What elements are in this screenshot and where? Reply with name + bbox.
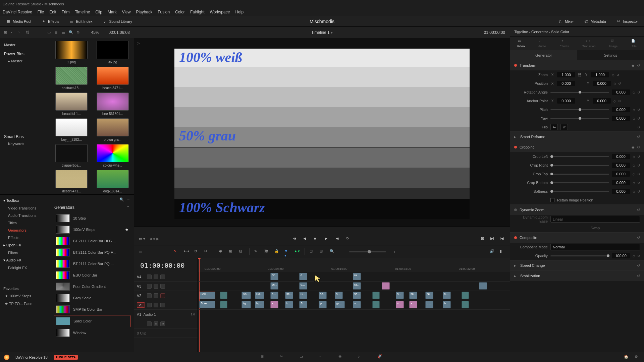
timeline-clip[interactable] xyxy=(462,301,469,308)
auto-icon[interactable] xyxy=(154,293,158,298)
sort-icon[interactable]: ⇅ xyxy=(77,30,80,35)
bin-nav-back-icon[interactable]: ‹ xyxy=(11,30,15,35)
auto-icon[interactable] xyxy=(154,275,158,279)
mute-icon[interactable]: M xyxy=(160,321,165,326)
timeline-clip[interactable]: ra... xyxy=(353,273,361,280)
ease-select[interactable]: Linear xyxy=(550,216,640,223)
subtab-settings[interactable]: Settings xyxy=(577,50,644,60)
timeline-clip[interactable]: b... xyxy=(425,301,433,308)
retain-checkbox[interactable] xyxy=(550,198,554,202)
match-frame-icon[interactable]: ⊡ xyxy=(481,236,486,242)
enable-dot[interactable] xyxy=(514,208,517,211)
insert-icon[interactable]: ⊕ xyxy=(219,249,224,254)
mixer-button[interactable]: ⎍Mixer xyxy=(556,18,576,25)
lock-icon[interactable] xyxy=(147,293,152,298)
fav-100mv[interactable]: ★ 100mV Steps xyxy=(0,292,50,300)
cut-page-icon[interactable]: ✂ xyxy=(280,354,286,360)
link-icon[interactable]: ⛓ xyxy=(578,73,582,77)
generator-item[interactable]: 100mV Steps★ xyxy=(54,224,130,235)
track-v2-header[interactable]: V2 xyxy=(134,291,198,300)
enable-icon[interactable] xyxy=(160,284,165,289)
powerbins-header[interactable]: Power Bins xyxy=(0,49,50,58)
media-thumb[interactable]: clapperboa... xyxy=(53,144,90,167)
track-v4-header[interactable]: V4 xyxy=(134,272,198,282)
fx-more-icon[interactable]: ⋯ xyxy=(127,197,130,202)
timeline-clip[interactable]: S... xyxy=(299,292,307,299)
meters-icon[interactable]: ▮ xyxy=(500,249,505,254)
rotation-slider[interactable] xyxy=(550,92,609,93)
stab-header[interactable]: ▸Stabilization↺ xyxy=(510,271,644,281)
timeline-clip[interactable]: u... xyxy=(299,282,307,290)
mini-scrubber[interactable] xyxy=(134,227,510,233)
timeline-clip[interactable]: So... xyxy=(255,292,264,299)
yaw-val[interactable]: 0.000 xyxy=(612,116,630,121)
menu-mark[interactable]: Mark xyxy=(108,10,117,14)
media-thumb[interactable]: colour-whe... xyxy=(94,144,131,167)
composite-header[interactable]: Composite↺ xyxy=(510,233,644,243)
enable-icon[interactable] xyxy=(160,303,165,307)
cat-vidtrans[interactable]: Video Transitions xyxy=(0,204,50,212)
fit-icon[interactable]: ⊡ xyxy=(517,30,520,35)
timeline-clip[interactable]: ra... xyxy=(353,282,361,290)
cropbottom-slider[interactable] xyxy=(550,182,609,183)
zoom-slider[interactable] xyxy=(349,251,386,252)
cat-audtrans[interactable]: Audio Transitions xyxy=(0,212,50,219)
smartbins-header[interactable]: Smart Bins xyxy=(0,132,50,140)
generator-item[interactable]: SMPTE Color Bar xyxy=(54,304,130,315)
generator-item[interactable]: BT.2111 Color Bar PQ F... xyxy=(54,247,130,258)
media-thumb[interactable]: abstract-18... xyxy=(53,67,90,90)
timeline-clip[interactable] xyxy=(220,292,227,299)
generator-item[interactable]: BT.2111 Color Bar HLG ... xyxy=(54,235,130,247)
go-first-icon[interactable]: ⏮ xyxy=(292,236,298,242)
trim-tool-icon[interactable]: ⟷ xyxy=(184,249,189,254)
enable-dot[interactable] xyxy=(514,236,517,239)
tab-video[interactable]: ▭Video xyxy=(517,39,525,48)
media-page-icon[interactable]: ⊞ xyxy=(261,354,267,360)
overwrite-icon[interactable]: ⊞ xyxy=(229,249,234,254)
cat-fairlightfx[interactable]: Fairlight FX xyxy=(0,264,50,272)
zoom-x[interactable]: 1.000 xyxy=(557,72,575,77)
timeline-clip[interactable]: So... xyxy=(241,292,251,299)
step-back-icon[interactable]: ◀ xyxy=(303,236,309,242)
media-thumb[interactable]: 36.jpg xyxy=(94,41,131,64)
media-thumb[interactable]: 2.png xyxy=(53,41,90,64)
loop-icon[interactable]: ↻ xyxy=(346,236,352,242)
inspector-button[interactable]: ✂Inspector xyxy=(614,18,640,25)
lock-icon[interactable] xyxy=(147,303,152,307)
zoom-y[interactable]: 1.000 xyxy=(591,72,609,77)
lock-icon[interactable] xyxy=(147,321,152,326)
audio-icon[interactable]: 🔊 xyxy=(490,249,495,254)
generator-item[interactable]: Solid Color xyxy=(54,315,130,327)
collapse-icon[interactable]: ⌃ xyxy=(126,205,130,210)
fusion-page-icon[interactable]: ∞ xyxy=(319,354,325,360)
timeline-clip[interactable]: s... xyxy=(396,292,404,299)
tab-file[interactable]: 📄File xyxy=(631,39,637,48)
timeline-clip[interactable]: sc... xyxy=(425,292,433,299)
dynamic-trim-icon[interactable]: ⟲ xyxy=(194,249,199,254)
flip-v-button[interactable]: ⇵ xyxy=(560,124,568,130)
cat-generators[interactable]: Generators xyxy=(0,227,50,234)
timeline-clip[interactable]: s... xyxy=(335,292,343,299)
menu-trim[interactable]: Trim xyxy=(62,10,70,14)
viewer-mode-icon[interactable]: ▭ ▾ xyxy=(139,237,145,241)
enable-icon[interactable] xyxy=(160,293,165,298)
timeline-clip[interactable]: sc... xyxy=(409,292,417,299)
cat-openfx[interactable]: ▸ Open FX xyxy=(0,241,50,249)
timeline-clip[interactable]: lig... xyxy=(255,301,264,308)
timeline-name[interactable]: Timeline 1 ▾ xyxy=(311,30,333,35)
video-track[interactable]: Scre...lig...lig...s...b...S...p...gir..… xyxy=(198,300,510,310)
timeline-clip[interactable]: b... xyxy=(285,301,293,308)
media-thumb[interactable]: bee-561801... xyxy=(94,93,131,116)
timeline-clip[interactable] xyxy=(220,301,227,308)
stop-icon[interactable]: ■ xyxy=(314,236,319,242)
effects-button[interactable]: ✦Effects xyxy=(39,18,61,25)
timeline-clip[interactable]: s... xyxy=(396,301,404,308)
timeline-clip[interactable]: lig... xyxy=(241,301,251,308)
generator-item[interactable]: BT.2111 Color Bar PQ ... xyxy=(54,258,130,269)
next-clip-icon[interactable]: ▶| xyxy=(490,236,496,242)
menu-help[interactable]: Help xyxy=(235,10,244,14)
menu-color[interactable]: Color xyxy=(175,10,185,14)
cropleft-slider[interactable] xyxy=(550,156,609,157)
smartbin-keywords[interactable]: Keywords xyxy=(0,140,50,147)
menu-workspace[interactable]: Workspace xyxy=(210,10,230,14)
